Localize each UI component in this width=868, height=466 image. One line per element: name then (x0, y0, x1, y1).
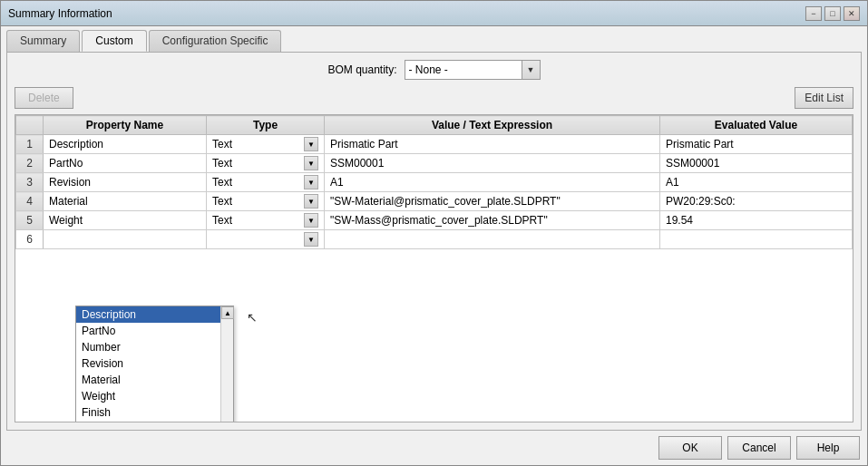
main-window: Summary Information − □ ✕ Summary Custom… (0, 0, 868, 466)
row-num-2: 2 (16, 154, 44, 173)
type-arrow-3[interactable]: ▼ (304, 175, 318, 189)
cell-property-4[interactable]: Material (44, 192, 207, 211)
type-arrow-6[interactable]: ▼ (304, 232, 318, 247)
help-button[interactable]: Help (796, 436, 860, 460)
cell-property-6[interactable] (44, 230, 207, 249)
cell-property-3[interactable]: Revision (44, 173, 207, 192)
bom-dropdown[interactable] (405, 60, 522, 80)
table-row: 1 Description Text ▼ Prismatic Part Pris… (16, 135, 853, 154)
property-dropdown-panel: Description PartNo Number Revision Mater… (75, 306, 234, 422)
cell-value-5[interactable]: "SW-Mass@prismatic_cover_plate.SLDPRT" (325, 211, 660, 230)
scrollbar-up-button[interactable]: ▲ (221, 306, 234, 319)
cell-evaluated-6 (660, 230, 853, 249)
ok-button[interactable]: OK (658, 436, 722, 460)
bottom-bar: OK Cancel Help (1, 431, 867, 465)
row-num-3: 3 (16, 173, 44, 192)
row-num-4: 4 (16, 192, 44, 211)
table-row: 3 Revision Text ▼ A1 A1 (16, 173, 853, 192)
dropdown-items: Description PartNo Number Revision Mater… (76, 306, 220, 422)
cell-type-1[interactable]: Text ▼ (207, 135, 325, 154)
cell-evaluated-5: 19.54 (660, 211, 853, 230)
cell-evaluated-1: Prismatic Part (660, 135, 853, 154)
cell-type-4[interactable]: Text ▼ (207, 192, 325, 211)
cell-property-2[interactable]: PartNo (44, 154, 207, 173)
cell-value-1[interactable]: Prismatic Part (325, 135, 660, 154)
dropdown-item-weight[interactable]: Weight (76, 388, 220, 404)
delete-button[interactable]: Delete (15, 87, 73, 109)
bom-row: BOM quantity: ▼ (15, 60, 853, 80)
cell-type-6[interactable]: ▼ (207, 230, 325, 249)
close-button[interactable]: ✕ (844, 6, 860, 21)
cell-value-3[interactable]: A1 (325, 173, 660, 192)
dropdown-item-material[interactable]: Material (76, 372, 220, 388)
cell-value-2[interactable]: SSM00001 (325, 154, 660, 173)
dropdown-item-finish[interactable]: Finish (76, 404, 220, 421)
dropdown-inner: Description PartNo Number Revision Mater… (76, 306, 233, 422)
cell-evaluated-2: SSM00001 (660, 154, 853, 173)
type-arrow-4[interactable]: ▼ (304, 194, 318, 209)
dropdown-item-stocksize[interactable]: StockSize (76, 421, 220, 422)
cell-property-1[interactable]: Description (44, 135, 207, 154)
table-row: 4 Material Text ▼ "SW-Material@prismatic… (16, 192, 853, 211)
bom-dropdown-arrow[interactable]: ▼ (522, 60, 541, 80)
dropdown-item-number[interactable]: Number (76, 339, 220, 355)
cell-property-5[interactable]: Weight (44, 211, 207, 230)
window-controls: − □ ✕ (805, 6, 860, 21)
toolbar-row: Delete Edit List (15, 87, 853, 109)
cell-type-2[interactable]: Text ▼ (207, 154, 325, 173)
dropdown-scrollbar: ▲ ▼ (220, 306, 233, 422)
col-header-num (16, 116, 44, 135)
maximize-button[interactable]: □ (824, 6, 841, 21)
property-table: Property Name Type Value / Text Expressi… (15, 114, 853, 422)
table-row: 5 Weight Text ▼ "SW-Mass@prismatic_cover… (16, 211, 853, 230)
col-header-property: Property Name (44, 116, 207, 135)
type-arrow-2[interactable]: ▼ (304, 156, 318, 170)
dropdown-item-revision[interactable]: Revision (76, 355, 220, 372)
edit-list-button[interactable]: Edit List (795, 87, 853, 109)
table-row: 2 PartNo Text ▼ SSM00001 SSM00001 (16, 154, 853, 173)
row-num-5: 5 (16, 211, 44, 230)
cell-evaluated-4: PW20:29:Sc0: (660, 192, 853, 211)
col-header-evaluated: Evaluated Value (660, 116, 853, 135)
table-row-6: 6 ▼ (16, 230, 853, 249)
col-header-type: Type (207, 116, 325, 135)
scrollbar-track (221, 319, 233, 422)
row-num-1: 1 (16, 135, 44, 154)
dropdown-item-partno[interactable]: PartNo (76, 323, 220, 339)
cell-evaluated-3: A1 (660, 173, 853, 192)
minimize-button[interactable]: − (805, 6, 822, 21)
col-header-value: Value / Text Expression (325, 116, 660, 135)
cell-value-4[interactable]: "SW-Material@prismatic_cover_plate.SLDPR… (325, 192, 660, 211)
cell-type-3[interactable]: Text ▼ (207, 173, 325, 192)
type-arrow-1[interactable]: ▼ (304, 137, 318, 151)
cursor-indicator: ↖ (247, 310, 258, 325)
tab-custom[interactable]: Custom (82, 30, 146, 52)
content-area: BOM quantity: ▼ Delete Edit List Propert… (6, 52, 862, 431)
row-num-6: 6 (16, 230, 44, 249)
bom-label: BOM quantity: (327, 63, 396, 76)
type-arrow-5[interactable]: ▼ (304, 213, 318, 228)
window-title: Summary Information (8, 7, 112, 20)
cell-value-6[interactable] (325, 230, 660, 249)
bom-dropdown-container: ▼ (405, 60, 541, 80)
tab-summary[interactable]: Summary (6, 30, 80, 52)
cell-type-5[interactable]: Text ▼ (207, 211, 325, 230)
cancel-button[interactable]: Cancel (727, 436, 791, 460)
title-bar: Summary Information − □ ✕ (1, 1, 867, 26)
tab-bar: Summary Custom Configuration Specific (1, 26, 867, 52)
tab-config[interactable]: Configuration Specific (149, 30, 282, 52)
dropdown-item-description[interactable]: Description (76, 306, 220, 323)
